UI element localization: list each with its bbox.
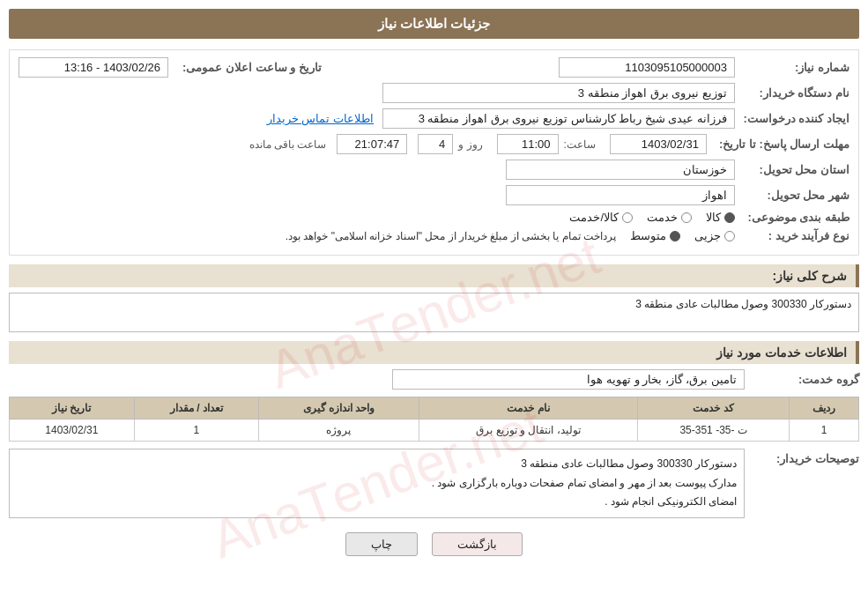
nooe-faraind-radio-jozi[interactable] [724,231,735,241]
table-row: 1 ت -35- 351-35 تولید، انتقال و توزیع بر… [10,420,859,442]
nooe-faraind-label-mota: متوسط [630,229,666,242]
tabaqe-radio-kala-khedmat[interactable] [622,212,633,223]
shomare-niaz-value: 1103095105000003 [559,57,735,78]
mohlat-date-value: 1403/02/31 [610,134,707,154]
shahr-label: شهر محل تحویل: [735,189,849,202]
nooe-faraind-desc: پرداخت تمام یا بخشی از مبلغ خریدار از مح… [286,230,616,242]
col-radif: ردیف [789,397,858,420]
col-tarikh: تاریخ نیاز [10,397,135,420]
nooe-faraind-label-jozi: جزیی [694,229,721,242]
col-nam: نام خدمت [419,397,638,420]
tarikh-value: 1403/02/26 - 13:16 [19,57,168,78]
back-button[interactable]: بازگشت [432,532,523,556]
tabaqe-option-khedmat[interactable]: خدمت [647,211,692,224]
ostan-value: خوزستان [506,160,735,180]
sharh-row: AnaТender.net دستورکار 300330 وصول مطالب… [9,293,859,332]
services-table: ردیف کد خدمت نام خدمت واحد اندازه گیری ت… [9,397,859,442]
row-nooe-faraind: نوع فرآیند خرید : جزیی متوسط پرداخت تمام… [19,229,849,242]
mohlat-saat-value: 11:00 [497,134,559,154]
gorohe-khadamat-label: گروه خدمت: [745,373,859,386]
row-ostan: استان محل تحویل: خوزستان [19,160,849,180]
mohlat-label: مهلت ارسال پاسخ: تا تاریخ: [712,137,849,151]
row-mohlat: مهلت ارسال پاسخ: تا تاریخ: 1403/02/31 سا… [19,134,849,154]
tozihat-content: AnaТender.net دستورکار 300330 وصول مطالب… [9,449,745,518]
info-section: شماره نیاز: 1103095105000003 تاریخ و ساع… [9,49,859,256]
row-shahr: شهر محل تحویل: اهواز [19,185,849,205]
tabaqe-option-kala-khedmat[interactable]: کالا/خدمت [569,211,633,224]
tozihat-line1: دستورکار 300330 وصول مطالبات عادی منطقه … [17,455,737,474]
nooe-faraind-label: نوع فرآیند خرید : [735,229,849,242]
mohlat-saat-label: ساعت: [564,138,596,151]
sharh-section-title: شرح کلی نیاز: [9,264,859,287]
ostan-label: استان محل تحویل: [735,163,849,176]
mohlat-roz-label: روز و [458,138,482,151]
nooe-faraind-option-mota[interactable]: متوسط [630,229,680,242]
tabaqe-label-khedmat: خدمت [647,211,678,224]
cell-tedad: 1 [134,420,259,442]
ijad-konande-label: ایجاد کننده درخواست: [735,112,849,125]
sharh-content: AnaТender.net دستورکار 300330 وصول مطالب… [9,293,859,332]
contact-info-link[interactable]: اطلاعات تماس خریدار [267,112,374,125]
mohlat-roz-value: 4 [418,134,453,154]
print-button[interactable]: چاپ [345,532,418,556]
row-tabaqe: طبقه بندی موضوعی: کالا خدمت کالا/خدمت [19,211,849,224]
cell-radif: 1 [789,420,858,442]
gorohe-khadamat-value: تامین برق، گاز، بخار و تهویه هوا [392,369,745,390]
tozihat-line3: امضای الکترونیکی انجام شود . [17,493,737,512]
tozihat-line2: مدارک پیوست بعد از مهر و امضای تمام صفحا… [17,474,737,494]
nooe-faraind-radio-group: جزیی متوسط [630,229,735,242]
tabaqe-option-kala[interactable]: کالا [706,211,735,224]
tarikh-label: تاریخ و ساعت اعلان عمومی: [175,61,322,74]
tabaqe-radio-group: کالا خدمت کالا/خدمت [569,211,735,224]
sharh-text: دستورکار 300330 وصول مطالبات عادی منطقه … [635,298,851,310]
row-gorohe-khadamat: گروه خدمت: تامین برق، گاز، بخار و تهویه … [9,369,859,390]
row-shomare-tarikh: شماره نیاز: 1103095105000003 تاریخ و ساع… [19,57,849,78]
main-title: جزئیات اطلاعات نیاز [9,9,859,39]
nooe-faraind-radio-mota[interactable] [670,231,680,241]
table-header-row: ردیف کد خدمت نام خدمت واحد اندازه گیری ت… [10,397,859,420]
tabaqe-label-kala: کالا [706,211,721,224]
col-vahed: واحد اندازه گیری [259,397,419,420]
row-tozihat: توصیحات خریدار: AnaТender.net دستورکار 3… [9,449,859,518]
nam-dastgah-value: توزیع نیروی برق اهواز منطقه 3 [382,83,735,103]
col-kod: کد خدمت [638,397,790,420]
page-wrapper: جزئیات اطلاعات نیاز شماره نیاز: 11030951… [0,0,868,609]
nooe-faraind-option-jozi[interactable]: جزیی [694,229,735,242]
khadamat-section-title: اطلاعات خدمات مورد نیاز [9,341,859,364]
tabaqe-radio-khedmat[interactable] [681,212,692,223]
buttons-row: بازگشت چاپ [9,532,859,556]
shomare-niaz-label: شماره نیاز: [735,61,849,74]
tabaqe-label: طبقه بندی موضوعی: [735,211,849,224]
shahr-value: اهواز [506,185,735,205]
col-tedad: تعداد / مقدار [134,397,259,420]
ijad-konande-value: فرزانه عیدی شیخ رباط کارشناس توزیع نیروی… [382,108,735,129]
cell-vahed: پروژه [259,420,419,442]
row-ijad-konande: ایجاد کننده درخواست: فرزانه عیدی شیخ ربا… [19,108,849,129]
cell-kod: ت -35- 351-35 [638,420,790,442]
cell-nam: تولید، انتقال و توزیع برق [419,420,638,442]
tozihat-label: توصیحات خریدار: [745,449,859,465]
nam-dastgah-label: نام دستگاه خریدار: [735,86,849,100]
row-nam-dastgah: نام دستگاه خریدار: توزیع نیروی برق اهواز… [19,83,849,103]
tabaqe-label-kala-khedmat: کالا/خدمت [569,211,619,224]
mohlat-mande-value: 21:07:47 [337,134,407,154]
mohlat-mande-label: ساعت باقی مانده [249,138,327,151]
tabaqe-radio-kala[interactable] [724,212,735,223]
cell-tarikh: 1403/02/31 [10,420,135,442]
